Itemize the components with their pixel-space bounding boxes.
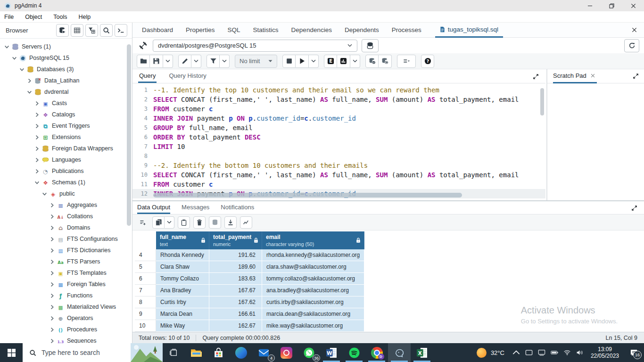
chevron-right-icon[interactable]	[49, 236, 55, 242]
minimize-button[interactable]	[579, 0, 601, 11]
chevron-right-icon[interactable]	[49, 225, 55, 231]
tab-processes[interactable]: Processes	[392, 26, 421, 33]
chevron-right-icon[interactable]	[49, 259, 55, 265]
sql-editor[interactable]: 1--1. Identify the top 10 customers and …	[132, 83, 545, 200]
object-menu-icon[interactable]	[56, 24, 69, 37]
cell-email[interactable]: clara.shaw@sakilacustomer.org	[262, 261, 364, 273]
delete-row-button[interactable]	[193, 216, 206, 229]
graph-visualiser-button[interactable]	[240, 216, 252, 229]
dependencies-grid-icon[interactable]	[71, 24, 83, 37]
copy-options-chevron-icon[interactable]	[165, 216, 174, 229]
cell-email[interactable]: curtis.irby@sakilacustomer.org	[262, 296, 364, 308]
tree-item-dvdrental[interactable]: dvdrental	[0, 86, 126, 98]
table-row[interactable]: 10Mike Way162.67mike.way@sakilacustomer.…	[135, 320, 364, 332]
screen-cast-icon[interactable]	[536, 343, 548, 362]
row-number-cell[interactable]: 8	[135, 296, 156, 308]
tree-item-procedures[interactable]: ()Procedures	[0, 324, 126, 335]
chevron-right-icon[interactable]	[49, 270, 55, 276]
tree-item-functions[interactable]: ƒFunctions	[0, 290, 126, 301]
editor-line-7[interactable]: 7LIMIT 10	[132, 142, 545, 151]
cell-email[interactable]: marcia.dean@sakilacustomer.org	[262, 308, 364, 320]
tab-properties[interactable]: Properties	[186, 26, 215, 33]
output-expand-icon[interactable]	[631, 205, 637, 211]
tree-item-servers-1-[interactable]: Servers (1)	[0, 41, 126, 52]
row-number-cell[interactable]: 4	[135, 249, 156, 261]
chevron-down-icon[interactable]	[4, 44, 10, 50]
taskbar-app-file-explorer[interactable]	[184, 343, 207, 362]
tree-item-languages[interactable]: Languages	[0, 154, 126, 165]
chevron-down-icon[interactable]	[41, 191, 48, 197]
restore-button[interactable]	[601, 0, 622, 11]
chevron-right-icon[interactable]	[49, 214, 55, 220]
save-options-chevron-icon[interactable]	[163, 55, 173, 68]
chevron-down-icon[interactable]	[11, 55, 17, 61]
explain-options-chevron-icon[interactable]	[350, 55, 360, 68]
editor-line-10[interactable]: 10SELECT CONCAT (first_name,' ', last_na…	[132, 170, 545, 180]
cell-full_name[interactable]: Tommy Collazo	[156, 273, 209, 285]
start-button[interactable]	[0, 343, 23, 362]
tree-item-fts-dictionaries[interactable]: ▥FTS Dictionaries	[0, 245, 126, 256]
cell-email[interactable]: mike.way@sakilacustomer.org	[262, 320, 364, 332]
cell-full_name[interactable]: Curtis Irby	[156, 296, 209, 308]
tree-item-data-latihan[interactable]: ✕Data_Latihan	[0, 75, 126, 86]
column-header-email[interactable]: email character varying (50)	[262, 231, 364, 249]
filter-button[interactable]	[206, 55, 220, 68]
editor-line-1[interactable]: 1--1. Identify the top 10 customers and …	[132, 85, 545, 95]
chevron-down-icon[interactable]	[26, 89, 33, 95]
cell-total_payment[interactable]: 183.63	[209, 273, 262, 285]
filter-options-chevron-icon[interactable]	[220, 55, 230, 68]
taskbar-app-excel[interactable]: X	[411, 343, 433, 362]
tab-query-tool-file[interactable]: tugas_topiksql.sql	[435, 23, 503, 38]
cell-total_payment[interactable]: 167.67	[209, 285, 262, 296]
tree-item-event-triggers[interactable]: ⧉Event Triggers	[0, 120, 126, 132]
table-row[interactable]: 7Ana Bradley167.67ana.bradley@sakilacust…	[135, 285, 364, 296]
tab-statistics[interactable]: Statistics	[253, 26, 279, 33]
explain-button[interactable]: E	[324, 55, 337, 68]
tree-item-fts-configurations[interactable]: ▤FTS Configurations	[0, 233, 126, 245]
add-row-button[interactable]	[137, 216, 149, 229]
editor-line-5[interactable]: 5GROUP BY full_name, email	[132, 123, 545, 132]
tab-messages[interactable]: Messages	[182, 204, 209, 214]
chevron-right-icon[interactable]	[49, 304, 55, 310]
cell-full_name[interactable]: Ana Bradley	[156, 285, 209, 296]
tab-notifications[interactable]: Notifications	[221, 204, 254, 214]
wifi-icon[interactable]	[561, 343, 574, 362]
cell-total_payment[interactable]: 189.60	[209, 261, 262, 273]
battery-icon[interactable]	[548, 343, 561, 362]
tree-item-sequences[interactable]: 1.3Sequences	[0, 335, 126, 343]
taskbar-app-chrome[interactable]: D	[365, 343, 388, 362]
chevron-right-icon[interactable]	[49, 202, 55, 208]
new-connection-button[interactable]	[362, 39, 379, 52]
taskbar-app-whatsapp[interactable]: 36	[297, 343, 320, 362]
tab-query[interactable]: Query	[138, 72, 157, 83]
limit-select[interactable]: No limit	[235, 55, 277, 68]
cell-full_name[interactable]: Clara Shaw	[156, 261, 209, 273]
chevron-right-icon[interactable]	[49, 327, 55, 333]
chevron-right-icon[interactable]	[49, 247, 55, 254]
close-window-button[interactable]	[622, 0, 644, 11]
save-data-button[interactable]	[209, 216, 221, 229]
execute-options-chevron-icon[interactable]	[309, 55, 319, 68]
tree-item-collations[interactable]: A↓Collations	[0, 211, 126, 222]
search-objects-icon[interactable]	[100, 24, 113, 37]
help-button[interactable]: ?	[421, 55, 434, 68]
chevron-right-icon[interactable]	[34, 134, 40, 140]
edit-button[interactable]	[178, 55, 191, 68]
menu-object[interactable]: Object	[25, 14, 42, 20]
chevron-right-icon[interactable]	[34, 112, 40, 118]
editor-line-11[interactable]: 11FROM customer c	[132, 180, 545, 189]
cell-email[interactable]: ana.bradley@sakilacustomer.org	[262, 285, 364, 296]
tree-item-databases-3-[interactable]: Databases (3)	[0, 64, 126, 75]
menu-file[interactable]: File	[4, 14, 14, 20]
table-row[interactable]: 8Curtis Irby167.62curtis.irby@sakilacust…	[135, 296, 364, 308]
cell-full_name[interactable]: Marcia Dean	[156, 308, 209, 320]
cell-email[interactable]: rhonda.kennedy@sakilacustomer.org	[262, 249, 364, 261]
column-header-full_name[interactable]: full_name text	[156, 231, 209, 249]
chevron-right-icon[interactable]	[34, 123, 40, 129]
connection-select[interactable]: dvdrental/postgres@PostgreSQL 15	[153, 40, 357, 52]
tablet-mode-icon[interactable]	[523, 343, 536, 362]
stop-button[interactable]	[282, 55, 296, 68]
tree-item-aggregates[interactable]: ▦Aggregates	[0, 199, 126, 211]
tab-dependents[interactable]: Dependents	[345, 26, 379, 33]
chevron-right-icon[interactable]	[49, 293, 55, 299]
